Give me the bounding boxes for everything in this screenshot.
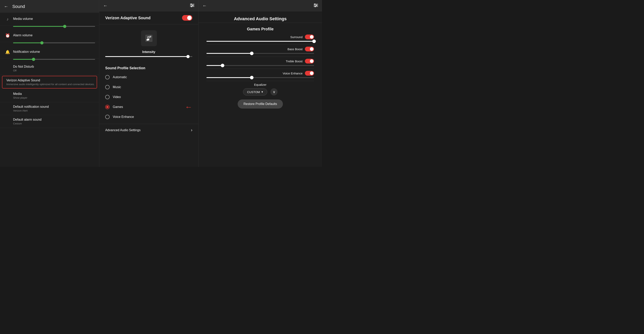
games-profile-title: Games Profile [198, 25, 322, 34]
default-notification-sound-sub: Verizon Alert [13, 109, 95, 112]
treble-boost-toggle[interactable] [305, 59, 314, 64]
equalizer-label: Equalizer [206, 83, 314, 86]
alarm-volume-label: Alarm volume [13, 34, 95, 37]
surround-header: Surround [206, 34, 314, 39]
left-panel: ← Sound ♪ Media volume ⏰ Alarm volume 🔔 … [0, 0, 99, 167]
profile-voice-enhance-label: Voice Enhance [113, 115, 134, 119]
profile-music[interactable]: Music [99, 82, 198, 92]
alarm-volume-track [13, 42, 95, 43]
media-volume-track [13, 26, 95, 27]
treble-boost-section: Treble Boost [206, 59, 314, 66]
profile-automatic[interactable]: Automatic [99, 72, 198, 82]
mid-panel: ← Verizon Adaptive Sound [99, 0, 198, 167]
advanced-audio-settings-row[interactable]: Advanced Audio Settings › [99, 124, 198, 136]
profile-games[interactable]: Games ← [99, 102, 198, 112]
menu-item-media[interactable]: Media Show player [0, 89, 99, 102]
mid-toggle-title: Verizon Adaptive Sound [105, 16, 150, 20]
eq-dropdown-arrow-icon: ▾ [262, 90, 263, 94]
voice-enhance-label: Voice Enhance [254, 72, 302, 75]
radio-automatic [105, 75, 110, 80]
bass-boost-label: Bass Boost [254, 48, 302, 51]
bass-boost-toggle[interactable] [305, 47, 314, 52]
alarm-volume-slider-row[interactable] [0, 42, 99, 46]
mid-back-button[interactable]: ← [103, 3, 108, 8]
intensity-fill [105, 56, 188, 57]
voice-enhance-track [206, 77, 314, 78]
notification-volume-label: Notification volume [13, 50, 95, 54]
intensity-label: Intensity [99, 50, 198, 54]
notification-volume-thumb[interactable] [32, 58, 35, 61]
surround-thumb[interactable] [312, 40, 316, 43]
default-alarm-sound-label: Default alarm sound [13, 118, 95, 122]
mid-top-bar: ← [99, 0, 198, 12]
alarm-volume-thumb[interactable] [40, 41, 44, 44]
treble-boost-track [206, 65, 314, 66]
right-sliders-icon[interactable] [314, 4, 318, 8]
eq-expand-button[interactable]: ∨ [270, 88, 278, 96]
eq-dropdown-row: CUSTOM ▾ ∨ [206, 88, 314, 96]
notification-volume-track [13, 59, 95, 60]
media-label: Media [13, 92, 95, 96]
equalizer-section: Equalizer CUSTOM ▾ ∨ [206, 83, 314, 96]
eq-dropdown[interactable]: CUSTOM ▾ [243, 88, 268, 96]
svg-point-14 [315, 6, 316, 7]
bell-icon: 🔔 [4, 48, 11, 56]
menu-item-default-alarm-sound[interactable]: Default alarm sound Cesium [0, 115, 99, 128]
notification-volume-slider-row[interactable] [0, 58, 99, 62]
treble-boost-fill [206, 65, 222, 66]
media-volume-slider-row[interactable] [0, 26, 99, 29]
voice-enhance-header: Voice Enhance [206, 71, 314, 76]
bass-boost-thumb[interactable] [250, 52, 254, 55]
media-volume-label: Media volume [13, 17, 95, 21]
media-volume-thumb[interactable] [63, 25, 66, 28]
menu-item-media-volume[interactable]: ♪ Media volume [0, 13, 99, 26]
right-panel: ← Advanced Audio Settings Games Profile … [198, 0, 322, 167]
svg-point-12 [314, 4, 316, 5]
menu-item-default-notification-sound[interactable]: Default notification sound Verizon Alert [0, 102, 99, 115]
right-back-button[interactable]: ← [202, 3, 207, 8]
surround-track [206, 41, 314, 42]
default-notification-sound-label: Default notification sound [13, 105, 95, 108]
verizon-adaptive-sound-sub: Immersive audio intelligently optimized … [6, 83, 95, 86]
voice-enhance-thumb[interactable] [250, 76, 254, 80]
surround-toggle[interactable] [305, 34, 314, 39]
intensity-slider[interactable] [105, 56, 192, 57]
left-back-button[interactable]: ← [4, 4, 8, 9]
svg-point-13 [316, 5, 317, 6]
bass-boost-track [206, 53, 314, 54]
do-not-disturb-label: Do Not Disturb [13, 65, 95, 68]
svg-point-8 [148, 39, 149, 40]
right-content: Surround Bass Boost [198, 34, 322, 108]
eq-value: CUSTOM [247, 90, 260, 94]
voice-enhance-fill [206, 77, 252, 78]
profile-video-label: Video [113, 95, 121, 99]
sound-profile-title: Sound Profile Selection [99, 63, 198, 72]
profile-voice-enhance[interactable]: Voice Enhance [99, 112, 198, 122]
mid-sliders-icon[interactable] [190, 4, 194, 8]
treble-boost-thumb[interactable] [221, 64, 224, 67]
right-top-bar: ← [198, 0, 322, 12]
intensity-thumb[interactable] [186, 55, 190, 58]
radio-music [105, 85, 110, 89]
menu-item-notification-volume[interactable]: 🔔 Notification volume [0, 46, 99, 58]
media-volume-fill [13, 26, 65, 27]
notification-volume-fill [13, 59, 34, 60]
page-title: Advanced Audio Settings [198, 12, 322, 23]
bass-boost-section: Bass Boost [206, 47, 314, 54]
menu-item-alarm-volume[interactable]: ⏰ Alarm volume [0, 29, 99, 42]
left-title: Sound [12, 4, 25, 9]
menu-item-do-not-disturb[interactable]: Do Not Disturb Off [0, 62, 99, 75]
do-not-disturb-sub: Off [13, 69, 95, 72]
music-note-icon: ♪ [4, 16, 11, 22]
menu-item-verizon-adaptive-sound[interactable]: Verizon Adaptive Sound Immersive audio i… [2, 76, 97, 88]
intensity-track [105, 56, 192, 57]
media-sub: Show player [13, 96, 95, 99]
mid-toggle-switch[interactable] [182, 15, 192, 21]
restore-profile-defaults-button[interactable]: Restore Profile Defaults [238, 100, 283, 108]
default-alarm-sound-sub: Cesium [13, 122, 95, 125]
verizon-adaptive-sound-label: Verizon Adaptive Sound [6, 78, 95, 82]
profile-games-label: Games [113, 105, 123, 109]
profile-video[interactable]: Video [99, 92, 198, 102]
surround-fill [206, 41, 314, 42]
voice-enhance-toggle[interactable] [305, 71, 314, 76]
